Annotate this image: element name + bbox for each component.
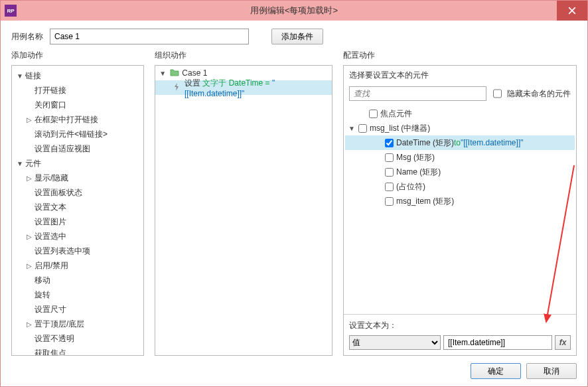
tree-label: 滚动到元件<锚链接> — [35, 129, 108, 140]
cancel-button[interactable]: 取消 — [526, 363, 577, 379]
tree-label: 设置不透明 — [35, 333, 74, 345]
widget-label: Msg (矩形) — [396, 152, 435, 163]
tree-item[interactable]: 设置自适应视图 — [13, 141, 142, 156]
left-header: 添加动作 — [11, 50, 144, 61]
widget-label: (占位符) — [396, 181, 425, 193]
widget-tree-item[interactable]: ▼msg_list (中继器) — [345, 121, 575, 135]
tree-item[interactable]: 旋转 — [13, 287, 142, 302]
value-type-select[interactable]: 值 — [349, 335, 441, 350]
widget-label: 焦点元件 — [380, 108, 412, 119]
add-condition-button[interactable]: 添加条件 — [271, 29, 323, 44]
tree-item[interactable]: 设置不透明 — [13, 331, 142, 346]
tree-item[interactable]: ▼元件 — [13, 156, 142, 171]
chevron-right-icon: ▷ — [25, 233, 33, 240]
value-input[interactable] — [443, 335, 552, 350]
tree-item[interactable]: ▷显示/隐藏 — [13, 171, 142, 185]
tree-label: 旋转 — [35, 289, 50, 301]
tree-label: 设置自适应视图 — [35, 143, 90, 155]
bolt-icon — [173, 82, 182, 94]
tree-item[interactable]: 设置图片 — [13, 214, 142, 229]
tree-item[interactable]: ▷设置选中 — [13, 229, 142, 244]
tree-item[interactable]: 滚动到元件<锚链接> — [13, 127, 142, 141]
chevron-right-icon: ▷ — [25, 321, 33, 328]
chevron-down-icon: ▼ — [16, 160, 24, 167]
chevron-down-icon: ▼ — [348, 125, 356, 132]
widget-tree-item[interactable]: DateTime (矩形) to "[[Item.datetime]]" — [345, 135, 575, 150]
widget-checkbox[interactable] — [385, 183, 394, 191]
right-header: 配置动作 — [343, 50, 577, 61]
action-label: 设置 文字于 DateTime = "[[Item.datetime]]" — [184, 78, 332, 98]
tree-item[interactable]: 关闭窗口 — [13, 98, 142, 112]
tree-item[interactable]: 获取焦点 — [13, 346, 142, 356]
tree-item[interactable]: 设置面板状态 — [13, 185, 142, 200]
tree-label: 元件 — [25, 158, 41, 169]
tree-label: 显示/隐藏 — [35, 173, 68, 184]
tree-item[interactable]: 打开链接 — [13, 83, 142, 98]
tree-label: 启用/禁用 — [35, 260, 68, 271]
titlebar: RP 用例编辑<每项加载时> — [1, 1, 587, 21]
search-input[interactable] — [349, 86, 486, 101]
select-widget-header: 选择要设置文本的元件 — [344, 66, 576, 84]
widget-checkbox[interactable] — [358, 124, 367, 133]
tree-label: 在框架中打开链接 — [35, 114, 98, 125]
close-button[interactable] — [557, 1, 587, 21]
ok-button[interactable]: 确定 — [471, 363, 521, 379]
widget-checkbox[interactable] — [385, 168, 394, 177]
widget-checkbox[interactable] — [385, 197, 394, 206]
tree-item[interactable]: 设置列表选中项 — [13, 244, 142, 258]
tree-label: 设置列表选中项 — [35, 246, 90, 257]
widget-label: Name (矩形) — [396, 167, 441, 178]
tree-item[interactable]: ▷启用/禁用 — [13, 258, 142, 273]
chevron-right-icon: ▷ — [25, 175, 33, 182]
tree-label: 设置文本 — [35, 202, 66, 213]
widget-label: msg_list (中继器) — [370, 123, 430, 134]
widget-label: DateTime (矩形) — [396, 137, 454, 149]
action-node[interactable]: 设置 文字于 DateTime = "[[Item.datetime]]" — [155, 80, 332, 95]
widget-label: msg_item (矩形) — [396, 196, 454, 207]
widget-checkbox[interactable] — [385, 139, 394, 147]
tree-label: 设置尺寸 — [35, 304, 66, 315]
hide-unnamed-chk[interactable] — [493, 86, 502, 101]
set-text-label: 设置文本为： — [349, 320, 571, 331]
chevron-down-icon: ▼ — [16, 72, 24, 80]
widget-tree-item[interactable]: 焦点元件 — [345, 106, 575, 121]
case-label: Case 1 — [182, 68, 207, 78]
tree-item[interactable]: ▷置于顶层/底层 — [13, 317, 142, 331]
fx-button[interactable]: fx — [555, 335, 571, 350]
hide-unnamed-checkbox[interactable]: 隐藏未命名的元件 — [490, 86, 571, 101]
tree-label: 链接 — [25, 70, 41, 82]
widget-tree-item[interactable]: Msg (矩形) — [345, 150, 575, 165]
widget-checkbox[interactable] — [385, 153, 394, 162]
top-row: 用例名称 添加条件 — [1, 21, 587, 50]
case-name-input[interactable] — [50, 29, 249, 44]
tree-label: 设置选中 — [35, 231, 66, 242]
widget-tree-item[interactable]: Name (矩形) — [345, 165, 575, 179]
tree-label: 打开链接 — [35, 85, 66, 96]
tree-label: 设置面板状态 — [35, 187, 82, 198]
tree-item[interactable]: ▼链接 — [13, 68, 142, 83]
tree-item[interactable]: 设置尺寸 — [13, 302, 142, 317]
close-icon — [568, 7, 576, 15]
tree-label: 关闭窗口 — [35, 100, 66, 111]
widget-checkbox[interactable] — [369, 110, 378, 118]
window-title: 用例编辑<每项加载时> — [1, 5, 587, 17]
folder-icon — [170, 68, 179, 78]
widget-tree-item[interactable]: (占位符) — [345, 179, 575, 194]
tree-label: 获取焦点 — [35, 348, 66, 356]
chevron-right-icon: ▷ — [25, 262, 33, 270]
widget-tree: 焦点元件▼msg_list (中继器)DateTime (矩形) to "[[I… — [344, 104, 576, 314]
tree-label: 置于顶层/底层 — [35, 319, 84, 330]
action-tree: ▼链接打开链接关闭窗口▷在框架中打开链接滚动到元件<锚链接>设置自适应视图▼元件… — [12, 66, 143, 356]
tree-label: 设置图片 — [35, 216, 66, 228]
widget-tree-item[interactable]: msg_item (矩形) — [345, 194, 575, 208]
tree-item[interactable]: ▷在框架中打开链接 — [13, 112, 142, 127]
tree-item[interactable]: 移动 — [13, 273, 142, 287]
chevron-down-icon: ▼ — [159, 70, 167, 77]
tree-label: 移动 — [35, 275, 50, 286]
mid-header: 组织动作 — [155, 50, 332, 61]
tree-item[interactable]: 设置文本 — [13, 200, 142, 214]
chevron-right-icon: ▷ — [25, 116, 33, 123]
case-name-label: 用例名称 — [11, 31, 43, 42]
